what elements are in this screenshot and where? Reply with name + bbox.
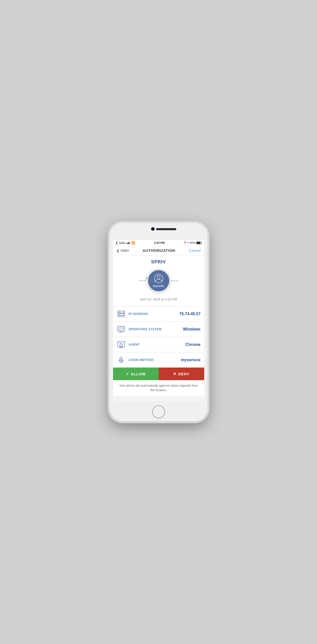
deny-button[interactable]: ✕ DENY [159,368,204,380]
agent-row: AGENT Chrome [113,337,204,352]
agent-label: AGENT [129,343,186,346]
back-label: Safari [121,249,129,252]
user-icon [154,274,163,283]
back-arrow-icon: ❮ [117,249,120,253]
svg-point-5 [123,314,124,315]
battery-icon [196,242,202,244]
footer-message: Your phone will automatically approve fu… [113,380,204,395]
datetime-label: April 13, 2018 at 2:32 PM [140,297,177,301]
content-area: SPRIV daniella [113,255,204,401]
battery-fill [197,242,200,244]
deny-label: DENY [178,372,190,376]
allow-label: ALLOW [131,372,146,376]
home-button[interactable] [152,405,165,418]
phone-screen: ❮ Safari 📶 2:32 PM ⏰ ✦ 85% [113,240,204,401]
login-method-label: LOGIN METHOD [129,358,181,362]
wifi-icon: 📶 [131,241,135,245]
footer-text: Your phone will automatically approve fu… [119,384,198,392]
ip-address-value: 75.74.45.57 [179,312,201,316]
svg-point-0 [154,274,163,283]
avatar: daniella [147,269,171,293]
svg-point-20 [120,359,122,360]
login-method-value: myserivce [181,358,200,362]
agent-icon [117,340,126,349]
signal-bar-2 [128,243,128,244]
svg-text:</>: </> [119,328,123,330]
status-time: 2:32 PM [154,241,165,244]
status-left: ❮ Safari 📶 [116,241,135,245]
avatar-container: daniella [138,268,179,293]
nav-bar: ❮ Safari AUTHORIZATION Cancel [113,246,204,255]
battery-percent: 85% [190,242,195,244]
svg-point-1 [157,276,160,279]
os-label: OPERATING SYSTEM [129,328,183,331]
ip-address-label: IP ADDRESS [129,312,179,316]
x-icon: ✕ [173,372,176,376]
brand-name: SPRIV [151,259,166,265]
checkmark-icon: ✓ [126,372,129,376]
os-icon: </> [117,325,126,334]
server-icon [117,309,126,318]
status-right: ⏰ ✦ 85% [184,242,201,244]
status-bar: ❮ Safari 📶 2:32 PM ⏰ ✦ 85% [113,240,204,246]
signal-bars [127,242,130,244]
carrier-label: Safari [119,242,126,244]
alarm-icon: ⏰ [184,242,187,244]
ip-address-row: IP ADDRESS 75.74.45.57 [113,306,204,322]
agent-value: Chrome [185,342,200,347]
rocket-icon [117,355,126,365]
phone-camera [151,227,155,231]
phone-speaker [156,228,176,230]
svg-rect-8 [118,316,125,317]
bluetooth-icon: ✦ [187,242,189,244]
avatar-username: daniella [153,284,164,288]
os-row: </> OPERATING SYSTEM Windows [113,322,204,337]
login-method-row: LOGIN METHOD myserivce [113,352,204,368]
info-section: IP ADDRESS 75.74.45.57 </> OPE [113,306,204,368]
allow-button[interactable]: ✓ ALLOW [113,368,159,380]
os-value: Windows [183,327,200,332]
cancel-button[interactable]: Cancel [189,248,201,253]
nav-title: AUTHORIZATION [143,248,175,253]
header-section: SPRIV daniella [113,255,204,306]
back-button[interactable]: ❮ Safari [117,249,129,253]
action-section: ✓ ALLOW ✕ DENY [113,368,204,380]
signal-bar-4 [130,242,130,244]
signal-bar-1 [127,243,127,244]
signal-bar-3 [129,242,129,244]
back-arrow-icon: ❮ [116,241,118,245]
svg-point-4 [123,312,124,312]
phone-device: ❮ Safari 📶 2:32 PM ⏰ ✦ 85% [110,223,208,421]
